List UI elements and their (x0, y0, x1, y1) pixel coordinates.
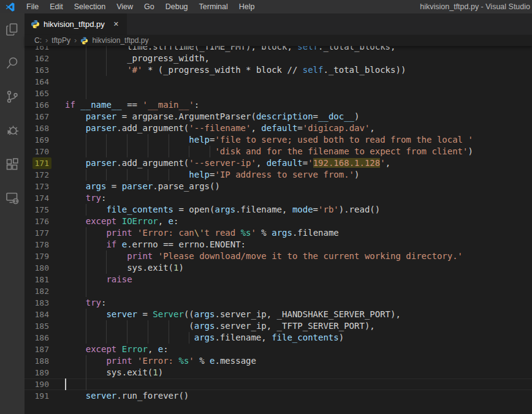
line-content: print 'Error: can\'t read %s' % args.fil… (65, 227, 532, 239)
indent-guide (148, 146, 148, 157)
code-editor[interactable]: 161 time.strftime(_TIME_FMT), block, sel… (25, 46, 532, 414)
indent-guide (106, 332, 107, 344)
line-number: 161 (25, 46, 49, 53)
code-line-179[interactable]: 179 print 'Please download/move it to th… (25, 250, 532, 262)
menu-item-selection[interactable]: Selection (69, 0, 111, 13)
python-file-icon (80, 37, 88, 45)
code-line-190[interactable]: 190 (25, 378, 532, 390)
code-line-171[interactable]: 171 parser.add_argument('--server-ip', d… (25, 157, 532, 169)
code-line-168[interactable]: 168 parser.add_argument('--filename', de… (25, 122, 532, 134)
menu-item-terminal[interactable]: Terminal (194, 0, 234, 13)
code-line-173[interactable]: 173 args = parser.parse_args() (25, 181, 532, 192)
code-line-161[interactable]: 161 time.strftime(_TIME_FMT), block, sel… (25, 46, 532, 53)
code-line-172[interactable]: 172 help='IP address to serve from.') (25, 169, 532, 181)
code-line-178[interactable]: 178 if e.errno == errno.ENOENT: (25, 239, 532, 250)
code-line-187[interactable]: 187 except Error, e: (25, 344, 532, 355)
code-line-169[interactable]: 169 help='file to serve; used both to re… (25, 134, 532, 146)
indent-guide (86, 320, 86, 332)
breadcrumb-folder[interactable]: tftpPy (51, 36, 70, 45)
code-line-176[interactable]: 176 except IOError, e: (25, 216, 532, 227)
code-line-162[interactable]: 162 _progress_width, (25, 53, 532, 64)
line-number: 163 (25, 64, 49, 76)
indent-guide (127, 169, 127, 181)
activity-bar (0, 13, 25, 414)
code-line-164[interactable]: 164 (25, 76, 532, 88)
search-icon[interactable] (4, 55, 20, 71)
breadcrumb-separator: › (74, 36, 77, 45)
indent-guide (148, 332, 148, 344)
menu-item-go[interactable]: Go (139, 0, 160, 13)
indent-guide (86, 355, 86, 367)
code-line-167[interactable]: 167 parser = argparse.ArgumentParser(des… (25, 111, 532, 122)
run-debug-icon[interactable] (4, 122, 20, 138)
line-number: 181 (25, 274, 49, 285)
explorer-icon[interactable] (4, 21, 20, 37)
indent-guide (127, 320, 127, 332)
code-line-165[interactable]: 165 (25, 88, 532, 99)
code-line-175[interactable]: 175 file_contents = open(args.filename, … (25, 204, 532, 216)
indent-guide (189, 332, 189, 344)
line-number: 183 (25, 297, 49, 309)
line-number: 171 (25, 157, 49, 169)
remote-explorer-icon[interactable] (4, 190, 20, 206)
code-line-188[interactable]: 188 print 'Error: %s' % e.message (25, 355, 532, 367)
line-content: print 'Please download/move it to the cu… (65, 250, 532, 262)
line-content: try: (65, 192, 532, 204)
tab-close-icon[interactable]: ✕ (112, 19, 121, 29)
code-line-163[interactable]: 163 '#' * (_progress_width * block // se… (25, 64, 532, 76)
indent-guide (106, 320, 107, 332)
line-content: help='IP address to serve from.') (65, 169, 532, 181)
menu-item-view[interactable]: View (111, 0, 139, 13)
line-content: sys.exit(1) (65, 262, 532, 274)
indent-guide (169, 134, 169, 146)
line-content: try: (65, 297, 532, 309)
source-control-icon[interactable] (4, 89, 20, 105)
line-content: except Error, e: (65, 344, 532, 355)
code-line-170[interactable]: 170 'disk and for the filename to expect… (25, 146, 532, 157)
menu-item-edit[interactable]: Edit (44, 0, 69, 13)
line-content: server = Server((args.server_ip, _HANDSH… (65, 309, 532, 320)
line-content (65, 378, 532, 390)
code-line-180[interactable]: 180 sys.exit(1) (25, 262, 532, 274)
line-number: 182 (25, 285, 49, 297)
indent-guide (86, 53, 86, 64)
line-content: parser = argparse.ArgumentParser(descrip… (65, 111, 532, 122)
line-content: parser.add_argument('--filename', defaul… (65, 122, 532, 134)
indent-guide (86, 227, 86, 239)
line-number: 173 (25, 181, 49, 192)
menu-item-debug[interactable]: Debug (160, 0, 194, 13)
line-number: 172 (25, 169, 49, 181)
indent-guide (86, 378, 86, 390)
code-line-181[interactable]: 181 raise (25, 274, 532, 285)
line-content: file_contents = open(args.filename, mode… (65, 204, 532, 216)
code-line-182[interactable]: 182 (25, 285, 532, 297)
code-line-186[interactable]: 186 args.filename, file_contents) (25, 332, 532, 344)
menu-bar: FileEditSelectionViewGoDebugTerminalHelp (21, 0, 260, 13)
code-line-174[interactable]: 174 try: (25, 192, 532, 204)
indent-guide (210, 146, 210, 157)
line-content: time.strftime(_TIME_FMT), block, self._t… (65, 46, 532, 53)
vscode-logo-icon (6, 2, 15, 12)
menu-item-help[interactable]: Help (234, 0, 260, 13)
line-number: 164 (25, 76, 49, 88)
code-line-183[interactable]: 183 try: (25, 297, 532, 309)
code-line-191[interactable]: 191 server.run_forever() (25, 390, 532, 402)
code-line-184[interactable]: 184 server = Server((args.server_ip, _HA… (25, 309, 532, 320)
extensions-icon[interactable] (4, 156, 20, 172)
line-content: sys.exit(1) (65, 367, 532, 378)
breadcrumb-drive[interactable]: C: (34, 36, 42, 45)
line-number: 175 (25, 204, 49, 216)
code-line-177[interactable]: 177 print 'Error: can\'t read %s' % args… (25, 227, 532, 239)
tab-hikvision-tftpd[interactable]: hikvision_tftpd.py ✕ (25, 13, 127, 35)
line-content: if e.errno == errno.ENOENT: (65, 239, 532, 250)
code-line-185[interactable]: 185 (args.server_ip, _TFTP_SERVER_PORT), (25, 320, 532, 332)
code-line-166[interactable]: 166if __name__ == '__main__': (25, 99, 532, 111)
indent-guide (127, 332, 127, 344)
tab-label: hikvision_tftpd.py (44, 20, 108, 29)
code-line-189[interactable]: 189 sys.exit(1) (25, 367, 532, 378)
line-number: 189 (25, 367, 49, 378)
indent-guide (86, 146, 86, 157)
breadcrumb-file[interactable]: hikvision_tftpd.py (92, 36, 148, 45)
line-number: 162 (25, 53, 49, 64)
menu-item-file[interactable]: File (21, 0, 44, 13)
